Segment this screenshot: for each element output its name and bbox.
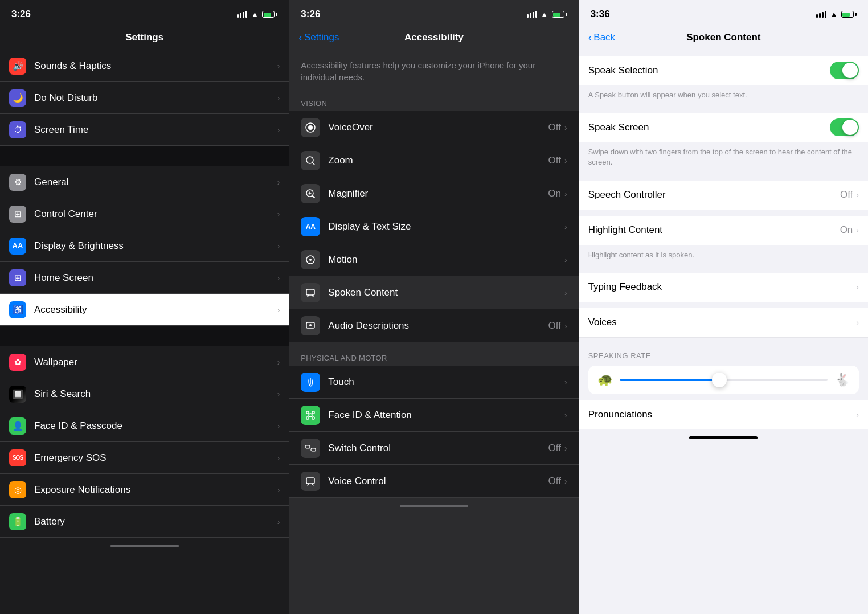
acc-item-audiodesc[interactable]: Audio Descriptions Off › — [289, 309, 578, 342]
settings-item-siri[interactable]: 🔲 Siri & Search › — [0, 378, 289, 410]
settings-item-battery[interactable]: 🔋 Battery › — [0, 506, 289, 538]
signal-icon-mid — [527, 11, 537, 18]
acc-item-displaytext[interactable]: AA Display & Text Size › — [289, 210, 578, 243]
acc-item-spokencontent[interactable]: Spoken Content › — [289, 276, 578, 309]
acc-item-magnifier[interactable]: Magnifier On › — [289, 177, 578, 210]
settings-item-emergency[interactable]: SOS Emergency SOS › — [0, 442, 289, 474]
settings-scroll[interactable]: 🔊 Sounds & Haptics › 🌙 Do Not Disturb › … — [0, 50, 289, 614]
typing-feedback-item[interactable]: Typing Feedback › — [579, 273, 868, 302]
acc-item-voicecontrol[interactable]: Voice Control Off › — [289, 465, 578, 498]
pronunciations-item[interactable]: Pronunciations › — [579, 400, 868, 429]
settings-item-faceid[interactable]: 👤 Face ID & Passcode › — [0, 410, 289, 442]
settings-panel: 3:26 ▲ Settings 🔊 Soun — [0, 0, 289, 614]
wallpaper-icon: ✿ — [9, 354, 26, 371]
settings-item-exposure[interactable]: ◎ Exposure Notifications › — [0, 474, 289, 506]
settings-item-sounds[interactable]: 🔊 Sounds & Haptics › — [0, 50, 289, 82]
status-bar-mid: 3:26 ▲ — [289, 0, 578, 25]
svg-rect-14 — [312, 411, 314, 414]
speech-controller-item[interactable]: Speech Controller Off › — [579, 181, 868, 210]
svg-rect-16 — [312, 417, 314, 419]
motion-label: Motion — [328, 254, 561, 265]
battery-icon-right — [841, 11, 857, 18]
wifi-icon-mid: ▲ — [541, 10, 548, 19]
touch-icon — [301, 373, 320, 392]
acc-item-voiceover[interactable]: VoiceOver Off › — [289, 111, 578, 144]
controlcenter-icon: ⊞ — [9, 206, 26, 223]
svg-line-3 — [313, 162, 315, 165]
speech-controller-label: Speech Controller — [588, 181, 840, 208]
voiceover-icon — [301, 118, 320, 137]
settings-item-general[interactable]: ⚙ General › — [0, 166, 289, 198]
screentime-icon: ⏱ — [9, 121, 26, 138]
general-label: General — [34, 177, 277, 188]
speak-screen-toggle[interactable] — [830, 118, 859, 136]
rate-slider-thumb[interactable] — [712, 373, 727, 387]
settings-item-display[interactable]: AA Display & Brightness › — [0, 230, 289, 262]
back-label-right: Back — [593, 32, 615, 43]
speak-selection-item[interactable]: Speak Selection — [579, 56, 868, 85]
magnifier-icon — [301, 184, 320, 203]
acc-item-motion[interactable]: Motion › — [289, 243, 578, 276]
audiodesc-label: Audio Descriptions — [328, 320, 548, 331]
settings-item-homescreen[interactable]: ⊞ Home Screen › — [0, 262, 289, 294]
svg-rect-19 — [311, 448, 316, 451]
acc-item-switchcontrol[interactable]: Switch Control Off › — [289, 432, 578, 465]
accessibility-icon: ♿ — [9, 301, 26, 318]
display-label: Display & Brightness — [34, 240, 277, 252]
accessibility-scroll[interactable]: Accessibility features help you customiz… — [289, 50, 578, 614]
settings-item-screentime[interactable]: ⏱ Screen Time › — [0, 114, 289, 146]
status-bar-left: 3:26 ▲ — [0, 0, 289, 25]
exposure-label: Exposure Notifications — [34, 484, 277, 496]
spokencontent-icon — [301, 283, 320, 302]
accessibility-back-button[interactable]: ‹ Settings — [298, 32, 339, 43]
voicecontrol-label: Voice Control — [328, 476, 548, 487]
highlight-content-item[interactable]: Highlight Content On › — [579, 216, 868, 245]
faceidattn-label: Face ID & Attention — [328, 410, 561, 421]
zoom-value: Off — [548, 155, 561, 166]
settings-item-controlcenter[interactable]: ⊞ Control Center › — [0, 198, 289, 230]
battery-icon-mid — [552, 11, 567, 18]
emergency-icon: SOS — [9, 449, 26, 466]
spoken-content-back-button[interactable]: ‹ Back — [588, 32, 615, 43]
acc-item-faceidattn[interactable]: Face ID & Attention › — [289, 399, 578, 432]
speak-selection-toggle[interactable] — [830, 62, 859, 79]
spoken-content-scroll[interactable]: Speak Selection A Speak button will appe… — [579, 50, 868, 614]
switchcontrol-value: Off — [548, 443, 561, 454]
highlight-content-chevron: › — [856, 226, 859, 235]
display-icon: AA — [9, 238, 26, 255]
faceid-label: Face ID & Passcode — [34, 420, 277, 432]
voiceover-chevron: › — [564, 123, 567, 132]
speaking-rate-label: SPEAKING RATE — [588, 351, 859, 360]
voicecontrol-icon — [301, 472, 320, 491]
zoom-label: Zoom — [328, 155, 548, 166]
sounds-chevron: › — [277, 62, 280, 71]
touch-chevron: › — [564, 378, 567, 387]
emergency-label: Emergency SOS — [34, 452, 277, 464]
accessibility-title: Accessibility — [404, 32, 464, 43]
home-indicator-mid — [400, 505, 468, 507]
displaytext-icon: AA — [301, 217, 320, 236]
status-time-left: 3:26 — [11, 9, 31, 20]
settings-item-wallpaper[interactable]: ✿ Wallpaper › — [0, 346, 289, 378]
siri-icon: 🔲 — [9, 386, 26, 403]
signal-icon — [237, 11, 247, 18]
siri-chevron: › — [277, 390, 280, 399]
settings-item-accessibility[interactable]: ♿ Accessibility › — [0, 294, 289, 326]
speaking-rate-section: SPEAKING RATE 🐢 🐇 — [579, 343, 868, 394]
svg-rect-13 — [306, 411, 309, 414]
rate-slider-track[interactable] — [620, 379, 828, 381]
sounds-label: Sounds & Haptics — [34, 60, 277, 72]
back-label-mid: Settings — [304, 32, 339, 43]
controlcenter-label: Control Center — [34, 208, 277, 220]
siri-label: Siri & Search — [34, 388, 277, 400]
pronunciations-chevron: › — [856, 410, 859, 419]
svg-point-1 — [308, 125, 313, 130]
spoken-content-nav-header: ‹ Back Spoken Content — [579, 25, 868, 50]
audiodesc-chevron: › — [564, 321, 567, 330]
voices-item[interactable]: Voices › — [579, 308, 868, 338]
acc-item-touch[interactable]: Touch › — [289, 366, 578, 399]
acc-item-zoom[interactable]: Zoom Off › — [289, 144, 578, 177]
settings-item-dnd[interactable]: 🌙 Do Not Disturb › — [0, 82, 289, 114]
home-indicator-left — [110, 545, 179, 547]
speak-screen-item[interactable]: Speak Screen — [579, 113, 868, 142]
